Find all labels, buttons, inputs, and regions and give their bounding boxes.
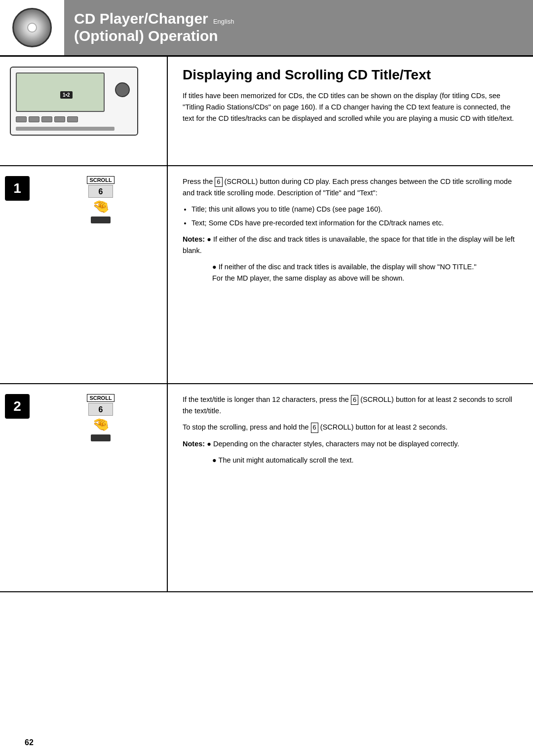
step2-number-col: 2 [0, 384, 35, 591]
step2-right: If the text/title is longer than 12 char… [168, 384, 533, 591]
step2-button-label2: 6 [311, 423, 318, 432]
stereo-body: 1•2 [10, 67, 138, 136]
step1-note-bullet: ● [207, 235, 211, 243]
page-number: 62 [25, 738, 34, 747]
stereo-slot [16, 127, 114, 131]
step1-right: Press the 6 (SCROLL) button during CD pl… [168, 166, 533, 383]
step1-scroll-box: 6 [88, 185, 113, 198]
step2-row: 2 SCROLL 6 🤏 If the text/title is longer… [0, 384, 533, 592]
car-stereo-illustration: 1•2 [10, 67, 138, 155]
step1-notes-block: Notes: ● If either of the disc and track… [183, 234, 516, 285]
step1-bullet-2: Text; Some CDs have pre-recorded text in… [191, 217, 516, 229]
top-right-content: Displaying and Scrolling CD Title/Text I… [168, 57, 533, 165]
step1-number: 1 [5, 176, 30, 201]
cd-icon-area [0, 0, 64, 55]
step1-bullet-1: Title; this unit allows you to title (na… [191, 204, 516, 215]
step2-scroll-label: SCROLL [87, 394, 114, 402]
step1-row: 1 SCROLL 6 🤏 Press the 6 (SCROLL) button… [0, 166, 533, 384]
step1-hand-base [91, 216, 111, 223]
step2-hand-icon: 🤏 [92, 418, 110, 432]
step1-hand-icon: 🤏 [92, 200, 110, 214]
section-heading: Displaying and Scrolling CD Title/Text [183, 67, 516, 83]
step1-notes-label: Notes: [183, 235, 205, 243]
step1-number-col: 1 [0, 166, 35, 383]
stereo-btn-4 [54, 116, 65, 122]
step2-note-bullet1: ● [207, 440, 211, 448]
cd-disc-icon [12, 8, 52, 47]
step1-note-intro: Notes: ● If either of the disc and track… [183, 234, 516, 256]
stereo-badge: 1•2 [60, 91, 73, 99]
step2-notes-block: Notes: ● Depending on the character styl… [183, 438, 516, 466]
stereo-knob [115, 82, 130, 97]
device-image-area: 1•2 [0, 57, 168, 165]
step2-scroll-col: SCROLL 6 🤏 [35, 384, 167, 591]
step1-left: 1 SCROLL 6 🤏 [0, 166, 168, 383]
intro-text: If titles have been memorized for CDs, t… [183, 90, 516, 125]
stereo-btn-1 [16, 116, 27, 122]
page-header: CD Player/Changer English (Optional) Ope… [0, 0, 533, 57]
step2-note-2: ● The unit might automatically scroll th… [183, 455, 516, 466]
step2-number: 2 [5, 394, 30, 419]
step2-hand-base [91, 434, 111, 441]
header-title-block: CD Player/Changer English (Optional) Ope… [64, 0, 533, 55]
step2-left: 2 SCROLL 6 🤏 [0, 384, 168, 591]
step2-button-label: 6 [351, 395, 358, 405]
top-section: 1•2 Displaying and Scrolling CD Title/Te… [0, 57, 533, 166]
step1-note-2: ● If neither of the disc and track title… [183, 261, 516, 284]
step2-scroll-box: 6 [88, 403, 113, 416]
step2-instruction: If the text/title is longer than 12 char… [183, 394, 516, 417]
step1-button-label: 6 [215, 177, 222, 187]
step1-scroll-label: SCROLL [87, 176, 114, 184]
header-sub-title: (Optional) Operation [74, 27, 533, 45]
step1-bullets: Title; this unit allows you to title (na… [191, 204, 516, 228]
stereo-buttons-row [16, 116, 78, 122]
step2-notes-label: Notes: [183, 440, 205, 448]
step2-note-intro: Notes: ● Depending on the character styl… [183, 438, 516, 450]
stereo-btn-5 [67, 116, 78, 122]
step1-instruction: Press the 6 (SCROLL) button during CD pl… [183, 176, 516, 199]
step1-scroll-number: 6 [99, 185, 103, 197]
stereo-btn-2 [29, 116, 39, 122]
step1-scroll-col: SCROLL 6 🤏 [35, 166, 167, 383]
header-main-title: CD Player/Changer English [74, 10, 533, 27]
stereo-btn-3 [41, 116, 52, 122]
step2-scroll-number: 6 [99, 403, 103, 415]
step2-instruction2: To stop the scrolling, press and hold th… [183, 422, 516, 433]
